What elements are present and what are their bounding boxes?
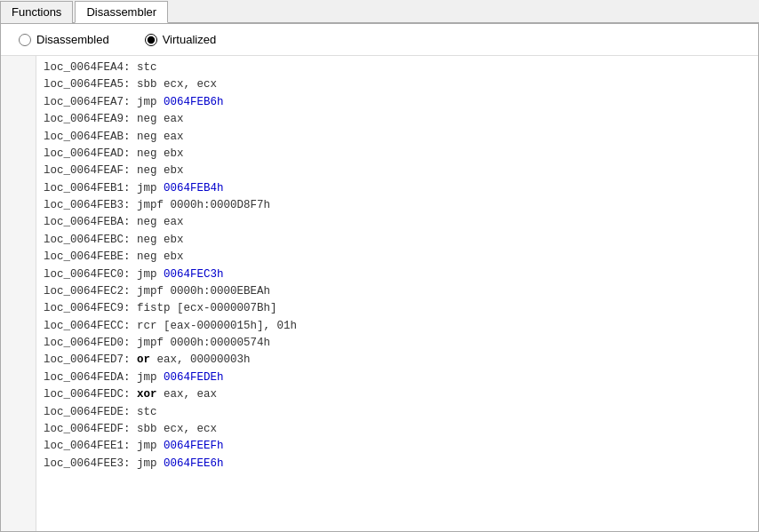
radio-disassembled-input[interactable] — [19, 34, 31, 46]
table-row: loc_0064FEDF: sbb ecx, ecx — [44, 421, 751, 438]
table-row: loc_0064FEBA: neg eax — [44, 214, 751, 231]
disasm-container: loc_0064FEA4: stcloc_0064FEA5: sbb ecx, … — [1, 56, 758, 531]
table-row: loc_0064FEA7: jmp 0064FEB6h — [44, 94, 751, 111]
table-row: loc_0064FEE3: jmp 0064FEE6h — [44, 456, 751, 472]
radio-bar: Disassembled Virtualized — [1, 24, 758, 56]
table-row: loc_0064FED7: or eax, 00000003h — [44, 352, 751, 369]
table-row: loc_0064FEA4: stc — [44, 60, 751, 76]
tab-disassembler[interactable]: Disassembler — [75, 1, 168, 23]
table-row: loc_0064FEA9: neg eax — [44, 111, 751, 128]
table-row: loc_0064FEDC: xor eax, eax — [44, 386, 751, 403]
radio-disassembled[interactable]: Disassembled — [19, 33, 109, 46]
tab-bar: Functions Disassembler — [0, 0, 759, 23]
table-row: loc_0064FEC0: jmp 0064FEC3h — [44, 266, 751, 283]
table-row: loc_0064FEAD: neg ebx — [44, 146, 751, 163]
code-scroll[interactable]: loc_0064FEA4: stcloc_0064FEA5: sbb ecx, … — [36, 56, 758, 531]
radio-virtualized[interactable]: Virtualized — [145, 33, 216, 46]
table-row: loc_0064FEB1: jmp 0064FEB4h — [44, 180, 751, 197]
content-area: Disassembled Virtualized loc_0064FEA4: s… — [0, 23, 759, 532]
line-numbers — [1, 56, 36, 531]
main-container: Functions Disassembler Disassembled Virt… — [0, 0, 759, 532]
table-row: loc_0064FEDE: stc — [44, 404, 751, 421]
table-row: loc_0064FEC2: jmpf 0000h:0000EBEAh — [44, 283, 751, 300]
radio-virtualized-input[interactable] — [145, 34, 157, 46]
table-row: loc_0064FEA5: sbb ecx, ecx — [44, 76, 751, 93]
table-row: loc_0064FEDA: jmp 0064FEDEh — [44, 369, 751, 386]
table-row: loc_0064FEB3: jmpf 0000h:0000D8F7h — [44, 197, 751, 214]
table-row: loc_0064FECC: rcr [eax-00000015h], 01h — [44, 318, 751, 335]
table-row: loc_0064FEC9: fistp [ecx-0000007Bh] — [44, 300, 751, 317]
table-row: loc_0064FEE1: jmp 0064FEEFh — [44, 438, 751, 455]
table-row: loc_0064FED0: jmpf 0000h:00000574h — [44, 335, 751, 352]
table-row: loc_0064FEAF: neg ebx — [44, 163, 751, 179]
table-row: loc_0064FEAB: neg eax — [44, 129, 751, 146]
table-row: loc_0064FEBE: neg ebx — [44, 249, 751, 266]
table-row: loc_0064FEBC: neg ebx — [44, 232, 751, 249]
tab-functions[interactable]: Functions — [0, 1, 73, 23]
